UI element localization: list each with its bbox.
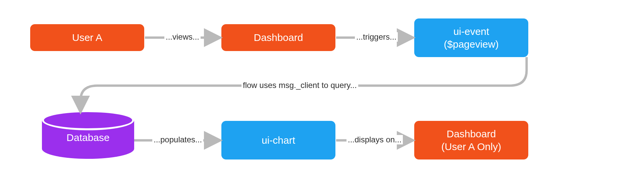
edge-label-displays-on: ...displays on... [346,135,403,144]
database-top [42,110,134,130]
node-ui-chart-label: ui-chart [262,134,295,147]
edge-label-populates: ...populates... [152,135,203,144]
node-dashboard-label: Dashboard [254,31,303,44]
node-dashboard-user-a: Dashboard (User A Only) [414,121,528,159]
node-user-a-label: User A [72,31,102,44]
node-ui-event-line2: ($pageview) [444,38,498,51]
node-dashboard: Dashboard [221,24,335,51]
node-database: Database [42,112,134,166]
edge-label-views: ...views... [164,32,201,42]
node-ui-event-line1: ui-event [453,25,489,38]
edge-label-triggers: ...triggers... [355,32,398,42]
node-dashboard-user-a-line2: (User A Only) [441,140,501,153]
flow-diagram: User A Dashboard ui-event ($pageview) Da… [0,0,644,183]
node-ui-event: ui-event ($pageview) [414,18,528,57]
node-dashboard-user-a-line1: Dashboard [447,128,496,140]
edge-label-flow-query: flow uses msg._client to query... [241,81,358,90]
node-user-a: User A [30,24,144,51]
node-ui-chart: ui-chart [221,121,335,159]
node-database-label: Database [42,132,134,143]
